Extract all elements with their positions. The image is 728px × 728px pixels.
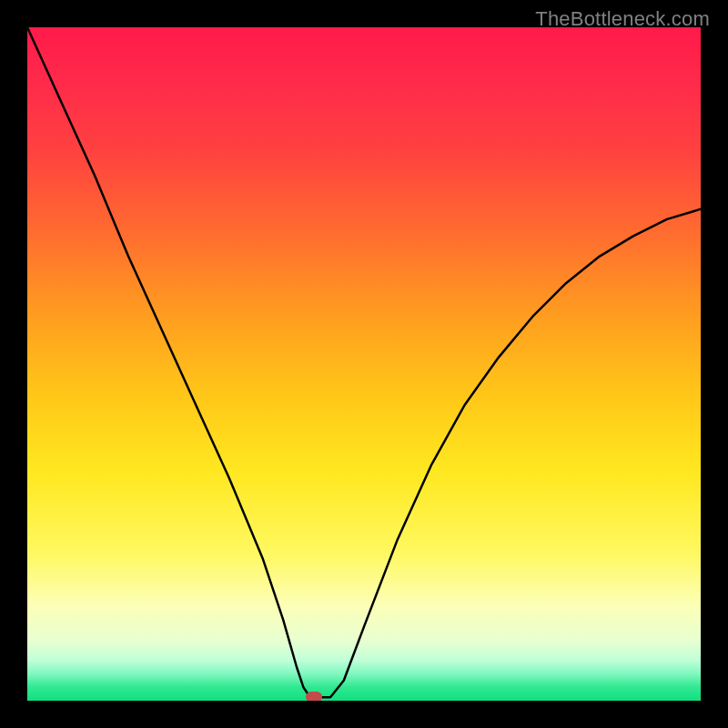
bottleneck-curve [27, 27, 701, 697]
chart-frame: TheBottleneck.com [0, 0, 728, 728]
curve-svg [27, 27, 701, 701]
minimum-marker [306, 692, 322, 701]
plot-area [27, 27, 701, 701]
